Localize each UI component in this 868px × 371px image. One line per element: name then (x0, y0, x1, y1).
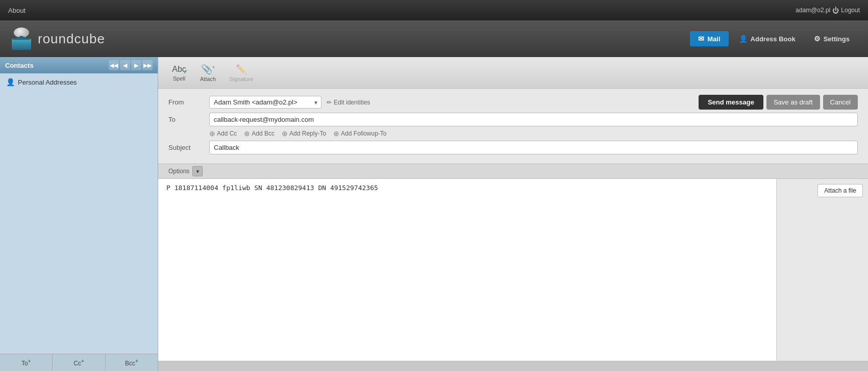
sidebar-item-label: Personal Addresses (18, 78, 77, 86)
sidebar-nav: ◀◀ ◀ ▶ ▶▶ (109, 60, 153, 70)
to-input[interactable] (209, 113, 858, 126)
paperclip-icon: 📎+ (201, 64, 215, 75)
mail-icon: ✉ (698, 35, 704, 43)
plus-icon: ⊕ (333, 129, 339, 138)
action-buttons: Send message Save as draft Cancel (699, 95, 858, 110)
pencil-icon: ✏ (327, 99, 332, 106)
spell-label: Spell (173, 75, 185, 82)
nav-mail-label: Mail (707, 35, 720, 43)
cc-add-button[interactable]: Cc+ (53, 354, 105, 371)
add-followup-to-button[interactable]: ⊕ Add Followup-To (333, 129, 386, 138)
sidebar-last-btn[interactable]: ▶▶ (142, 60, 153, 70)
sidebar-title: Contacts (5, 62, 34, 69)
add-followup-to-label: Add Followup-To (341, 130, 386, 137)
main: Contacts ◀◀ ◀ ▶ ▶▶ 👤 Personal Addresses … (0, 57, 868, 371)
toolbar: Abc ✓ Spell 📎+ Attach ✏️ Signature (158, 57, 868, 89)
save-draft-button[interactable]: Save as draft (766, 95, 820, 110)
signature-button[interactable]: ✏️ Signature (224, 62, 258, 84)
subject-row: Subject (168, 141, 858, 154)
logout-button[interactable]: ⏻ Logout (832, 7, 860, 14)
nav-addressbook-label: Address Book (751, 35, 796, 43)
topbar-right: adam@o2.pl ⏻ Logout (796, 7, 860, 14)
bcc-label: Bcc (125, 360, 135, 367)
signature-icon: ✏️ (236, 64, 247, 75)
about-label: About (8, 7, 26, 14)
bcc-plus: + (135, 358, 138, 364)
options-bar: Options ▼ (158, 164, 868, 179)
subject-input[interactable] (209, 141, 858, 154)
to-row: To (168, 113, 858, 126)
logo: roundcube (10, 28, 105, 50)
logobar: roundcube ✉ Mail 👤 Address Book ⚙ Settin… (0, 20, 868, 57)
to-plus: + (28, 358, 31, 364)
signature-label: Signature (229, 76, 253, 82)
subject-label: Subject (168, 144, 209, 151)
add-cc-button[interactable]: ⊕ Add Cc (209, 129, 237, 138)
options-label: Options (168, 168, 189, 175)
plus-icon: ⊕ (209, 129, 215, 138)
from-row: From Adam Smith <adam@o2.pl> ▼ ✏ Edit id… (168, 95, 858, 110)
logo-icon (10, 28, 33, 50)
send-message-button[interactable]: Send message (699, 95, 763, 110)
add-bcc-label: Add Bcc (252, 130, 275, 137)
spell-button[interactable]: Abc ✓ Spell (166, 62, 192, 84)
sidebar-content: 👤 Personal Addresses (0, 73, 158, 354)
add-bcc-button[interactable]: ⊕ Add Bcc (244, 129, 275, 138)
to-label: To (21, 360, 28, 367)
compose-body: Attach a file (158, 179, 868, 361)
gear-icon: ⚙ (814, 35, 821, 43)
nav-addressbook[interactable]: 👤 Address Book (731, 31, 804, 46)
edit-identities-button[interactable]: ✏ Edit identities (327, 99, 370, 106)
sidebar-item-personal-addresses[interactable]: 👤 Personal Addresses (2, 75, 156, 89)
add-buttons-row: ⊕ Add Cc ⊕ Add Bcc ⊕ Add Reply-To ⊕ Add … (168, 129, 858, 138)
cc-label: Cc (73, 360, 81, 367)
sidebar-bottom: To+ Cc+ Bcc+ (0, 354, 158, 371)
cancel-button[interactable]: Cancel (823, 95, 858, 110)
power-icon: ⏻ (832, 7, 839, 14)
topbar: About adam@o2.pl ⏻ Logout (0, 0, 868, 20)
sidebar: Contacts ◀◀ ◀ ▶ ▶▶ 👤 Personal Addresses … (0, 57, 158, 371)
spell-icon: Abc ✓ (172, 64, 186, 74)
sidebar-header: Contacts ◀◀ ◀ ▶ ▶▶ (0, 57, 158, 73)
attach-button[interactable]: 📎+ Attach (195, 62, 221, 84)
attach-sidebar: Attach a file (776, 179, 868, 361)
sidebar-next-btn[interactable]: ▶ (131, 60, 141, 70)
nav-buttons: ✉ Mail 👤 Address Book ⚙ Settings (690, 31, 858, 46)
user-email: adam@o2.pl (796, 7, 830, 14)
sidebar-first-btn[interactable]: ◀◀ (109, 60, 119, 70)
from-label: From (168, 98, 209, 106)
attach-label: Attach (200, 76, 216, 82)
to-label: To (168, 116, 209, 123)
compose-form: From Adam Smith <adam@o2.pl> ▼ ✏ Edit id… (158, 89, 868, 164)
edit-identities-label: Edit identities (334, 99, 370, 106)
nav-mail[interactable]: ✉ Mail (690, 31, 728, 46)
statusbar (158, 361, 868, 371)
to-add-button[interactable]: To+ (0, 354, 53, 371)
from-select[interactable]: Adam Smith <adam@o2.pl> (209, 96, 321, 109)
add-reply-to-label: Add Reply-To (289, 130, 326, 137)
person-icon: 👤 (739, 35, 748, 43)
dropdown-icon: ▼ (195, 169, 200, 174)
logout-label: Logout (841, 7, 860, 14)
compose-wrapper: Abc ✓ Spell 📎+ Attach ✏️ Signature From (158, 57, 868, 371)
person-list-icon: 👤 (6, 78, 15, 86)
plus-icon: ⊕ (244, 129, 250, 138)
add-cc-label: Add Cc (217, 130, 237, 137)
nav-settings-label: Settings (824, 35, 850, 43)
cc-plus: + (81, 358, 84, 364)
nav-settings[interactable]: ⚙ Settings (806, 31, 858, 46)
from-wrapper: Adam Smith <adam@o2.pl> ▼ ✏ Edit identit… (209, 96, 699, 109)
attach-file-button[interactable]: Attach a file (817, 184, 863, 197)
logo-text: roundcube (38, 31, 105, 47)
options-dropdown[interactable]: ▼ (192, 166, 203, 176)
plus-icon: ⊕ (282, 129, 288, 138)
sidebar-prev-btn[interactable]: ◀ (120, 60, 130, 70)
bcc-add-button[interactable]: Bcc+ (106, 354, 158, 371)
add-reply-to-button[interactable]: ⊕ Add Reply-To (282, 129, 326, 138)
compose-textarea[interactable] (158, 179, 776, 361)
from-select-wrap: Adam Smith <adam@o2.pl> ▼ (209, 96, 321, 109)
